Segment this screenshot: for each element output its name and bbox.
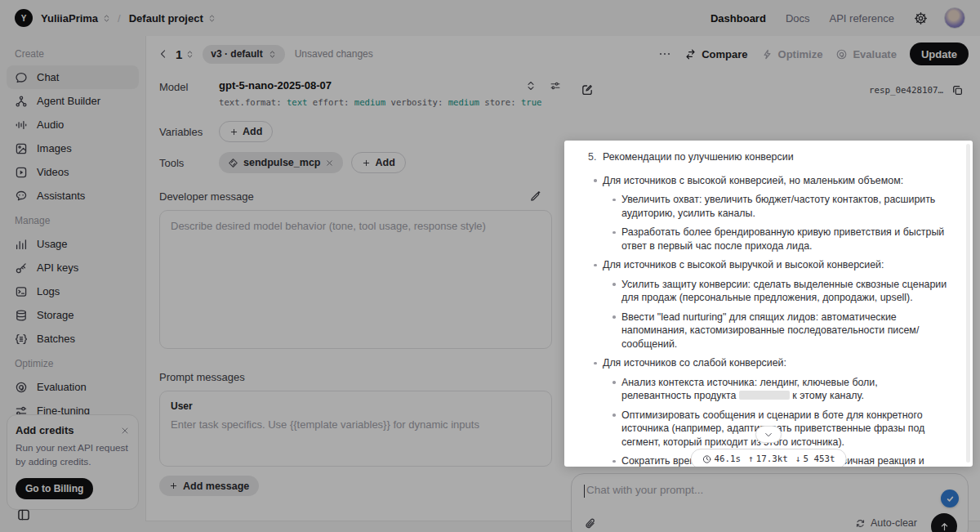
sidebar-item-api-keys[interactable]: API keys [7, 256, 139, 279]
response-card: 5. Рекомендации по улучшению конверсии Д… [564, 141, 973, 467]
version-pill[interactable]: v3 · default [203, 45, 284, 64]
message-role-label[interactable]: User [171, 400, 541, 412]
close-icon[interactable] [120, 426, 130, 436]
bullet-item: Увеличить охват: увеличить бюджет/частот… [588, 193, 950, 220]
add-credits-body: Run your next API request by adding cred… [16, 441, 130, 469]
bullet-item: Разработать более брендированную кривую … [588, 226, 950, 253]
evaluate-button[interactable]: Evaluate [835, 48, 896, 60]
add-tool-button[interactable]: Add [351, 152, 405, 173]
more-options-icon[interactable] [658, 47, 671, 60]
response-bullets: Для источников с высокой конверсией, но … [588, 174, 950, 467]
copy-icon[interactable] [951, 84, 964, 96]
version-stepper-icon[interactable] [185, 50, 194, 59]
settings-gear-icon[interactable] [914, 11, 928, 25]
param-value: medium [354, 97, 391, 107]
videos-icon [15, 166, 28, 179]
sidebar: CreateChatAgent BuilderAudioImagesVideos… [0, 36, 145, 532]
org-name[interactable]: YuliiaPrima [41, 12, 98, 25]
sidebar-item-assistants[interactable]: Assistants [7, 184, 139, 208]
sidebar-item-images[interactable]: Images [7, 136, 139, 160]
auto-clear-toggle[interactable]: Auto-clear [855, 517, 917, 529]
usage-icon [15, 238, 28, 251]
main-panel: 1 v3 · default Unsaved changes Compare O… [145, 36, 980, 521]
sidebar-section-create: Create [0, 41, 145, 65]
prompt-messages-label: Prompt messages [159, 371, 561, 383]
optimize-button[interactable]: Optimize [761, 48, 823, 60]
developer-message-label: Developer message [159, 190, 254, 203]
scroll-to-bottom-button[interactable] [755, 426, 782, 443]
tools-label: Tools [159, 152, 219, 169]
chat-input[interactable] [586, 484, 856, 496]
playground-header: 1 v3 · default Unsaved changes Compare O… [146, 36, 980, 72]
update-button[interactable]: Update [910, 42, 969, 65]
agent-icon [15, 95, 28, 108]
model-settings-sliders-icon[interactable] [550, 80, 561, 92]
param-key: verbosity: [391, 97, 448, 107]
send-button[interactable] [931, 513, 957, 532]
sidebar-item-label: Agent Builder [37, 95, 100, 107]
org-avatar[interactable]: Y [15, 9, 33, 27]
sidebar-item-storage[interactable]: Storage [7, 303, 139, 327]
param-value: text [287, 97, 313, 107]
remove-tool-icon[interactable] [325, 159, 334, 168]
evaluation-icon [15, 381, 28, 394]
compose-icon[interactable] [581, 83, 594, 96]
assistants-icon [15, 190, 28, 203]
nav-dashboard[interactable]: Dashboard [710, 12, 766, 25]
add-credits-card: Add credits Run your next API request by… [7, 414, 139, 510]
version-pill-stepper-icon [268, 50, 277, 59]
sidebar-item-label: Evaluation [37, 381, 87, 393]
attachment-paperclip-icon[interactable] [584, 517, 597, 530]
model-params[interactable]: text.format: text effort: medium verbosi… [219, 97, 561, 107]
sidebar-item-usage[interactable]: Usage [7, 232, 139, 256]
chat-input-box: Auto-clear [571, 473, 969, 532]
sidebar-item-label: Assistants [37, 190, 85, 202]
bullet-item: Для источников с высокой выручкой и высо… [588, 258, 950, 272]
tool-chip-sendpulse-mcp[interactable]: sendpulse_mcp [219, 152, 343, 173]
developer-message-input[interactable] [171, 220, 541, 339]
user-avatar[interactable] [944, 7, 965, 29]
generate-pencil-icon[interactable] [529, 190, 541, 203]
sidebar-item-chat[interactable]: Chat [7, 65, 139, 89]
sidebar-item-audio[interactable]: Audio [7, 113, 139, 136]
logs-icon [15, 285, 28, 298]
back-chevron-icon[interactable] [158, 48, 169, 60]
sidebar-section-optimize: Optimize [0, 351, 145, 375]
tokens-down-arrow-icon: ↓ [795, 454, 801, 464]
compare-icon [684, 48, 697, 60]
param-key: store: [484, 97, 521, 107]
add-message-button[interactable]: Add message [159, 476, 259, 496]
model-select[interactable]: gpt-5-nano-2025-08-07 [219, 77, 332, 92]
version-number: 1 [176, 47, 182, 61]
org-switcher-icon[interactable] [102, 14, 111, 23]
model-stepper-icon[interactable] [525, 80, 537, 92]
project-name[interactable]: Default project [129, 12, 203, 25]
list-number: 5. [588, 150, 603, 164]
scrollbar[interactable] [966, 144, 970, 463]
unsaved-status: Unsaved changes [295, 48, 373, 60]
sidebar-section-manage: Manage [0, 208, 145, 232]
sidebar-item-logs[interactable]: Logs [7, 279, 139, 303]
prompt-config-panel: Model gpt-5-nano-2025-08-07 text.format:… [159, 77, 561, 496]
plus-icon [362, 159, 371, 168]
sidebar-item-label: Storage [37, 309, 74, 321]
project-switcher-icon[interactable] [207, 14, 216, 23]
sidebar-item-videos[interactable]: Videos [7, 160, 139, 184]
response-id[interactable]: resp_0e428107… [869, 85, 943, 96]
latency-value: 46.1s [715, 454, 742, 464]
add-credits-title: Add credits [16, 424, 74, 436]
bullet-item: Для источников со слабой конверсией: [588, 356, 950, 370]
sidebar-item-evaluation[interactable]: Evaluation [7, 375, 139, 399]
add-variable-button[interactable]: Add [219, 121, 273, 142]
response-complete-badge [941, 490, 959, 507]
nav-api-reference[interactable]: API reference [830, 12, 895, 25]
user-message-input[interactable] [171, 418, 541, 458]
sidebar-item-agent-builder[interactable]: Agent Builder [7, 89, 139, 113]
sidebar-item-batches[interactable]: Batches [7, 327, 139, 351]
sidebar-collapse-icon[interactable] [16, 507, 31, 522]
images-icon [15, 142, 28, 155]
compare-button[interactable]: Compare [684, 48, 747, 60]
nav-docs[interactable]: Docs [786, 12, 810, 25]
go-to-billing-button[interactable]: Go to Billing [16, 478, 93, 499]
optimize-icon [761, 48, 773, 60]
